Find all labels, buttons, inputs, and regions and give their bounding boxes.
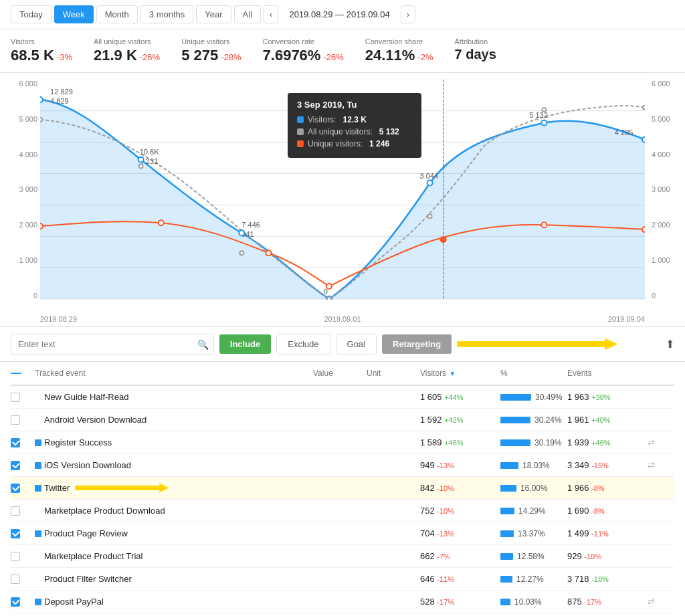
row-action-icon[interactable]: ⇄	[648, 460, 655, 470]
tooltip-unique-row: Unique visitors: 1 246	[297, 139, 412, 148]
row-event-name: Register Success	[44, 437, 112, 447]
x-label-2: 2019.09.01	[324, 315, 361, 323]
row-pct-value: 12.27%	[516, 575, 544, 584]
today-button[interactable]: Today	[11, 5, 52, 23]
row-event-name: iOS Version Download	[44, 460, 131, 470]
row-pct-value: 16.00%	[520, 484, 548, 493]
tooltip-unique-dot	[297, 140, 304, 147]
row-visitors-change: -13%	[437, 461, 454, 470]
row-checkbox-cell[interactable]	[11, 484, 35, 493]
pct-bar	[500, 530, 514, 537]
row-checkbox-cell[interactable]	[11, 552, 35, 561]
row-checkbox[interactable]	[11, 552, 20, 561]
row-checkbox[interactable]	[11, 393, 20, 402]
row-visitors-cell: 1 589 +46%	[420, 437, 500, 447]
header-pct-col: %	[500, 369, 567, 378]
row-checkbox-cell[interactable]	[11, 461, 35, 470]
svg-point-25	[642, 137, 645, 142]
sort-arrow-icon: ▼	[449, 370, 456, 377]
retargeting-button[interactable]: Retargeting	[382, 334, 452, 354]
stat-conversion-share-label: Conversion share	[365, 37, 433, 45]
row-pct-cell: 12.58%	[500, 552, 567, 561]
week-button[interactable]: Week	[54, 5, 94, 23]
svg-point-27	[139, 165, 143, 169]
row-visitors-change: -13%	[437, 530, 454, 538]
row-events-cell: 1 939 +46%	[567, 437, 648, 447]
row-events-cell: 875 -17%	[567, 597, 648, 607]
row-visitors-cell: 704 -13%	[420, 528, 500, 538]
blue-indicator	[35, 439, 41, 446]
row-checkbox-cell[interactable]	[11, 415, 35, 425]
row-checkbox[interactable]	[11, 529, 20, 538]
row-checkbox[interactable]	[11, 461, 20, 470]
tooltip-unique-label: Unique visitors:	[308, 139, 363, 148]
stat-visitors-value: 68.5 K	[11, 47, 54, 64]
svg-point-23	[427, 181, 433, 186]
svg-text:4 285: 4 285	[615, 128, 633, 136]
row-events-cell: 1 963 +38%	[567, 392, 648, 402]
all-button[interactable]: All	[234, 5, 261, 23]
row-name-cell: New Guide Half-Read	[35, 392, 313, 402]
svg-point-37	[441, 237, 446, 242]
row-visitors-value: 1 605	[420, 392, 442, 402]
row-checkbox-cell[interactable]	[11, 575, 35, 584]
row-checkbox-cell[interactable]	[11, 438, 35, 447]
table-row: iOS Version Download 949 -13% 18.03% 3 3…	[11, 454, 674, 477]
row-events-value: 1 966	[567, 483, 589, 493]
row-event-name: Product Page Review	[44, 528, 128, 538]
x-label-3: 2019.09.04	[608, 315, 645, 323]
row-checkbox[interactable]	[11, 506, 20, 516]
row-pct-cell: 18.03%	[500, 461, 567, 470]
tooltip-date: 3 Sep 2019, Tu	[297, 100, 412, 110]
row-pct-value: 13.37%	[518, 529, 545, 538]
row-event-name: Marketplace Product Download	[44, 506, 165, 516]
y-axis-left: 6 000 5 000 4 000 3 000 2 000 1 000 0	[3, 80, 37, 300]
row-pct-cell: 30.24%	[500, 415, 567, 425]
goal-button[interactable]: Goal	[336, 334, 377, 354]
row-events-change: -8%	[591, 484, 605, 492]
row-events-cell: 1 961 +40%	[567, 415, 648, 425]
search-input[interactable]	[11, 334, 214, 354]
table-row: Android Version Download 1 592 +42% 30.2…	[11, 409, 674, 431]
row-visitors-value: 528	[420, 597, 435, 607]
table-row: Deposit PayPal 528 -17% 10.03% 875 -17% …	[11, 591, 674, 613]
blue-indicator	[35, 485, 41, 492]
row-checkbox[interactable]	[11, 597, 20, 607]
row-checkbox-cell[interactable]	[11, 597, 35, 607]
row-pct-value: 12.58%	[517, 552, 545, 561]
row-events-change: -15%	[591, 461, 609, 470]
row-checkbox[interactable]	[11, 484, 20, 493]
search-box: 🔍	[11, 334, 214, 354]
row-pct-value: 10.03%	[514, 597, 542, 607]
prev-arrow-button[interactable]: ‹	[264, 5, 278, 23]
header-visitors-col[interactable]: Visitors ▼	[420, 369, 500, 378]
row-checkbox-cell[interactable]	[11, 529, 35, 538]
three-months-button[interactable]: 3 months	[140, 5, 193, 23]
row-pct-cell: 13.37%	[500, 529, 567, 538]
row-action-icon[interactable]: ⇄	[648, 437, 655, 447]
next-arrow-button[interactable]: ›	[401, 5, 415, 23]
exclude-button[interactable]: Exclude	[276, 334, 330, 354]
row-checkbox-cell[interactable]	[11, 506, 35, 516]
row-checkbox[interactable]	[11, 438, 20, 447]
row-checkbox-cell[interactable]	[11, 393, 35, 402]
row-visitors-cell: 646 -11%	[420, 574, 500, 584]
row-events-cell: 3 349 -15%	[567, 460, 648, 470]
row-actions-cell: ⇄	[648, 437, 674, 447]
search-icon: 🔍	[197, 339, 209, 350]
include-button[interactable]: Include	[219, 334, 272, 354]
row-events-cell: 929 -10%	[567, 551, 648, 561]
upload-icon[interactable]: ⬆	[666, 338, 674, 350]
month-button[interactable]: Month	[96, 5, 138, 23]
row-action-icon[interactable]: ⇄	[648, 597, 655, 607]
year-button[interactable]: Year	[196, 5, 231, 23]
row-pct-cell: 12.27%	[500, 575, 567, 584]
row-checkbox[interactable]	[11, 575, 20, 584]
row-name-cell: Product Filter Switcher	[35, 574, 313, 584]
date-range-label: 2019.08.29 — 2019.09.04	[281, 6, 397, 23]
tooltip-visitors-row: Visitors: 12.3 K	[297, 115, 412, 124]
row-visitors-change: -7%	[437, 552, 450, 560]
stat-unique-value: 5 275	[181, 47, 218, 64]
row-checkbox[interactable]	[11, 415, 20, 425]
svg-point-34	[159, 220, 164, 225]
